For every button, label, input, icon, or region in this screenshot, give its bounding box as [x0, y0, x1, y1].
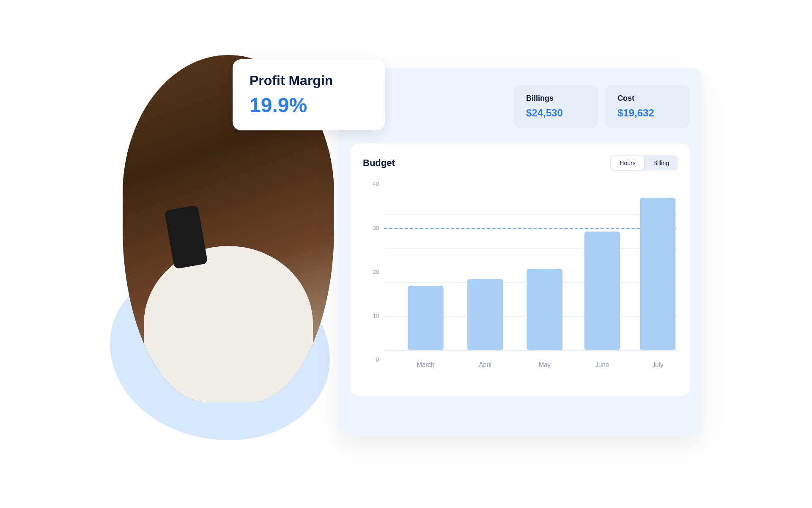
budget-section: Budget Hours Billing 0 10 20 30 40: [351, 144, 689, 396]
y-label-40: 40: [363, 181, 379, 187]
chart-area: 0 10 20 30 40: [363, 181, 678, 384]
bar-april: [467, 279, 503, 350]
bar-june: [584, 232, 620, 350]
y-axis-labels: 0 10 20 30 40: [363, 181, 379, 367]
y-label-20: 20: [363, 269, 379, 275]
profit-margin-card: Profit Margin 19.9%: [233, 59, 385, 130]
y-label-30: 30: [363, 225, 379, 231]
budget-title: Budget: [363, 157, 395, 168]
y-label-10: 10: [363, 312, 379, 319]
billings-label: Billings: [526, 94, 585, 103]
bar-july: [640, 198, 675, 350]
billings-card: Billings $24,530: [513, 85, 598, 128]
billings-value: $24,530: [526, 107, 585, 119]
metric-cards-row: Billings $24,530 Cost $19,632: [351, 80, 689, 128]
y-label-0: 0: [363, 356, 379, 363]
budget-toggle-group: Hours Billing: [610, 155, 678, 171]
x-label-july: July: [652, 361, 664, 369]
dashboard-card: Billings $24,530 Cost $19,632 Budget Hou…: [338, 68, 702, 436]
scene: Profit Margin 19.9% Billings $24,530 Cos…: [110, 42, 702, 466]
toggle-billing-button[interactable]: Billing: [645, 155, 678, 171]
x-label-march: March: [417, 361, 435, 369]
x-label-june: June: [595, 361, 609, 369]
bar-march: [408, 286, 443, 350]
cost-label: Cost: [617, 94, 677, 103]
x-label-april: April: [479, 361, 491, 369]
cost-value: $19,632: [617, 107, 677, 119]
profit-margin-value: 19.9%: [250, 94, 368, 117]
toggle-hours-button[interactable]: Hours: [611, 156, 644, 170]
budget-header: Budget Hours Billing: [363, 155, 678, 171]
phone-shape: [164, 205, 208, 269]
profit-margin-title: Profit Margin: [250, 73, 368, 88]
bar-may: [527, 269, 562, 350]
bar-chart-svg: March April May June July: [384, 181, 678, 384]
x-label-may: May: [539, 361, 551, 369]
cost-card: Cost $19,632: [605, 85, 689, 128]
